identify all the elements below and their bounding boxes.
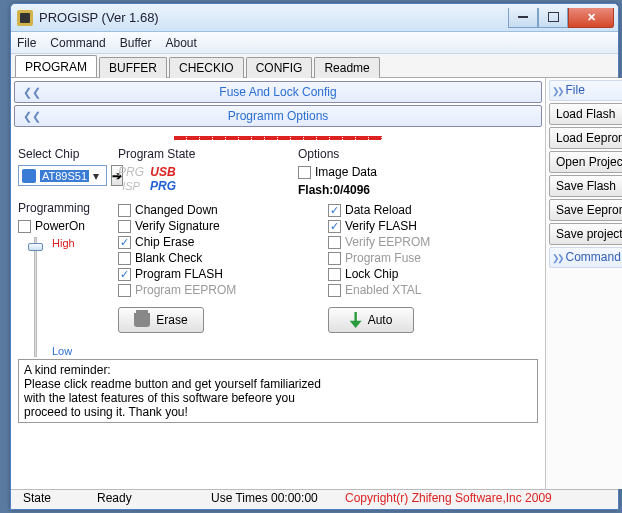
side-file-header[interactable]: File bbox=[549, 80, 622, 101]
erase-icon bbox=[134, 313, 150, 327]
maximize-button[interactable] bbox=[538, 8, 568, 28]
tab-config[interactable]: CONFIG bbox=[246, 57, 313, 78]
title-bar[interactable]: PROGISP (Ver 1.68) bbox=[11, 4, 618, 32]
program-options-label: Programm Options bbox=[228, 109, 329, 123]
program-eeprom-checkbox bbox=[118, 284, 131, 297]
app-icon bbox=[17, 10, 33, 26]
load-eeprom-button[interactable]: Load Eeprom bbox=[549, 127, 622, 149]
speed-slider[interactable]: High Low bbox=[26, 237, 46, 357]
enabled-xtal-checkbox bbox=[328, 284, 341, 297]
poweron-checkbox[interactable] bbox=[18, 220, 31, 233]
tab-strip: PROGRAM BUFFER CHECKIO CONFIG Readme bbox=[11, 54, 618, 78]
status-copyright: Copyright(r) Zhifeng Software,Inc 2009 bbox=[337, 491, 614, 505]
changed-down-checkbox[interactable] bbox=[118, 204, 131, 217]
slider-low: Low bbox=[52, 345, 72, 357]
auto-icon bbox=[350, 312, 362, 328]
menu-command[interactable]: Command bbox=[50, 36, 105, 50]
tab-readme[interactable]: Readme bbox=[314, 57, 379, 78]
save-project-button[interactable]: Save project bbox=[549, 223, 622, 245]
chip-selected: AT89S51 bbox=[40, 170, 89, 182]
red-banner: ▬▬▬▬▬▬▬▬▬▬▬▬▬▬▬▬ bbox=[14, 129, 542, 143]
chip-icon bbox=[22, 169, 36, 183]
menu-file[interactable]: File bbox=[17, 36, 36, 50]
program-state-label: Program State bbox=[118, 147, 298, 161]
menu-buffer[interactable]: Buffer bbox=[120, 36, 152, 50]
poweron-label: PowerOn bbox=[35, 219, 85, 233]
app-window: PROGISP (Ver 1.68) File Command Buffer A… bbox=[10, 3, 619, 510]
main-panel: ❮❮ Fuse And Lock Config ❮❮ Programm Opti… bbox=[11, 78, 545, 489]
erase-button[interactable]: Erase bbox=[118, 307, 204, 333]
chevron-down-icon: ▾ bbox=[89, 169, 103, 183]
save-eeprom-button[interactable]: Save Eeprom bbox=[549, 199, 622, 221]
verify-eeprom-checkbox bbox=[328, 236, 341, 249]
chip-combobox[interactable]: AT89S51 ▾ bbox=[18, 165, 107, 186]
program-state-icons: PRGISP USBPRG bbox=[118, 165, 298, 193]
reminder-box: A kind reminder: Please click readme but… bbox=[18, 359, 538, 423]
window-title: PROGISP (Ver 1.68) bbox=[39, 10, 508, 25]
data-reload-checkbox[interactable] bbox=[328, 204, 341, 217]
status-use-times: Use Times 00:00:00 bbox=[203, 491, 333, 505]
chevron-icon: ❮❮ bbox=[23, 86, 41, 99]
blank-check-checkbox[interactable] bbox=[118, 252, 131, 265]
menu-about[interactable]: About bbox=[166, 36, 197, 50]
tab-program[interactable]: PROGRAM bbox=[15, 55, 97, 77]
save-flash-button[interactable]: Save Flash bbox=[549, 175, 622, 197]
verify-signature-checkbox[interactable] bbox=[118, 220, 131, 233]
minimize-button[interactable] bbox=[508, 8, 538, 28]
menu-bar: File Command Buffer About bbox=[11, 32, 618, 54]
side-panel: File Load Flash Load Eeprom Open Project… bbox=[545, 78, 622, 489]
status-state-label: State bbox=[15, 491, 85, 505]
chip-erase-checkbox[interactable] bbox=[118, 236, 131, 249]
fuse-lock-label: Fuse And Lock Config bbox=[219, 85, 336, 99]
slider-high: High bbox=[52, 237, 75, 249]
auto-button[interactable]: Auto bbox=[328, 307, 414, 333]
program-fuse-checkbox bbox=[328, 252, 341, 265]
fuse-lock-band[interactable]: ❮❮ Fuse And Lock Config bbox=[14, 81, 542, 103]
status-ready: Ready bbox=[89, 491, 199, 505]
lock-chip-checkbox[interactable] bbox=[328, 268, 341, 281]
select-chip-label: Select Chip bbox=[18, 147, 118, 161]
open-project-button[interactable]: Open Project bbox=[549, 151, 622, 173]
image-data-label: Image Data bbox=[315, 165, 377, 179]
tab-buffer[interactable]: BUFFER bbox=[99, 57, 167, 78]
verify-flash-checkbox[interactable] bbox=[328, 220, 341, 233]
programming-label: Programming bbox=[18, 201, 118, 215]
close-button[interactable] bbox=[568, 8, 614, 28]
side-command-header[interactable]: Command bbox=[549, 247, 622, 268]
image-data-checkbox[interactable] bbox=[298, 166, 311, 179]
program-flash-checkbox[interactable] bbox=[118, 268, 131, 281]
chevron-icon: ❮❮ bbox=[23, 110, 41, 123]
flash-info: Flash:0/4096 bbox=[298, 183, 508, 197]
program-options-band[interactable]: ❮❮ Programm Options bbox=[14, 105, 542, 127]
tab-checkio[interactable]: CHECKIO bbox=[169, 57, 244, 78]
load-flash-button[interactable]: Load Flash bbox=[549, 103, 622, 125]
status-bar: State Ready Use Times 00:00:00 Copyright… bbox=[11, 489, 618, 509]
options-label: Options bbox=[298, 147, 508, 161]
